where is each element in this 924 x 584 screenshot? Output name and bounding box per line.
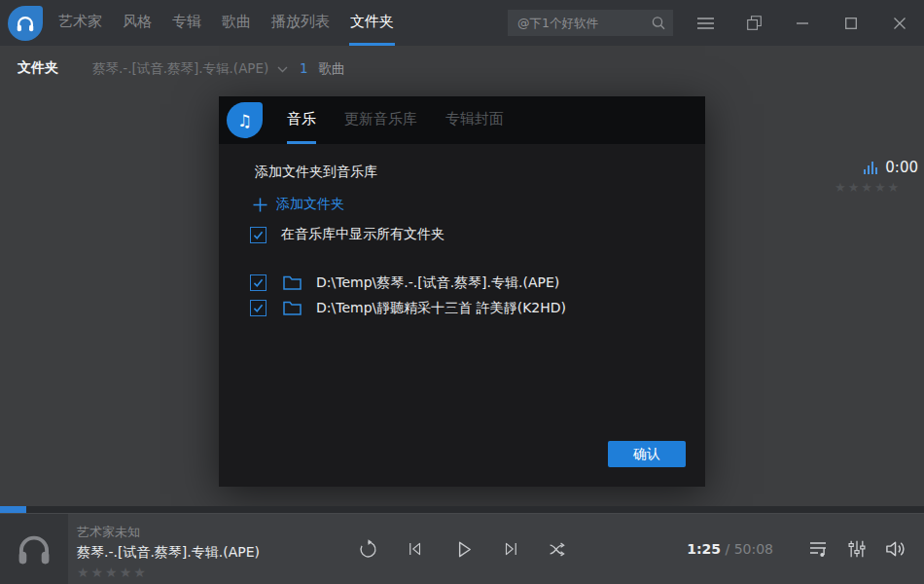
tab-songs[interactable]: 歌曲 xyxy=(221,0,252,46)
maximize-button[interactable] xyxy=(827,0,875,46)
app-logo[interactable] xyxy=(8,6,43,41)
minimize-icon xyxy=(797,22,808,24)
folder-path: D:\Temp\靜聽精采十三首 許美靜(K2HD) xyxy=(316,300,566,317)
dialog-tabs: 音乐 更新音乐库 专辑封面 xyxy=(287,96,532,144)
time-total: 50:08 xyxy=(734,541,773,557)
layers-icon xyxy=(746,15,763,31)
track-artist: 艺术家未知 xyxy=(77,524,260,541)
music-note-glyph: ♫ xyxy=(237,111,252,130)
song-row[interactable]: 0:00 ★★★★★ xyxy=(835,159,918,195)
volume-icon xyxy=(885,539,907,559)
mini-mode-button[interactable] xyxy=(729,0,778,46)
window-controls xyxy=(681,0,924,46)
volume-button[interactable] xyxy=(885,539,907,559)
music-note-icon: ♫ xyxy=(227,102,263,138)
minimize-button[interactable] xyxy=(778,0,827,46)
song-duration: 0:00 xyxy=(885,159,918,176)
dialog-tab-music[interactable]: 音乐 xyxy=(287,96,316,144)
dialog-section-title: 添加文件夹到音乐库 xyxy=(255,164,377,181)
next-button[interactable] xyxy=(502,540,519,558)
search-input[interactable] xyxy=(517,16,651,30)
hamburger-icon xyxy=(697,18,714,29)
song-count-number: 1 xyxy=(300,60,308,76)
plus-icon xyxy=(253,198,267,212)
dialog-header: ♫ 音乐 更新音乐库 专辑封面 xyxy=(219,96,705,144)
folder-checkbox[interactable] xyxy=(250,274,267,291)
equalizer-button[interactable] xyxy=(847,539,867,559)
time-display: 1:25 / 50:08 xyxy=(687,541,773,557)
search-box[interactable] xyxy=(508,10,673,36)
headphones-icon xyxy=(15,13,36,34)
tab-albums[interactable]: 专辑 xyxy=(171,0,202,46)
folder-path: D:\Temp\蔡琴.-.[试音.蔡琴].专辑.(APE) xyxy=(316,274,559,292)
track-info: 艺术家未知 蔡琴.-.[试音.蔡琴].专辑.(APE) ★★★★★ xyxy=(77,524,260,580)
add-folder-label: 添加文件夹 xyxy=(276,196,344,213)
search-icon[interactable] xyxy=(651,16,666,31)
song-count: 1歌曲 xyxy=(300,60,345,78)
dialog-tab-refresh-library[interactable]: 更新音乐库 xyxy=(344,96,417,144)
tab-playlists[interactable]: 播放列表 xyxy=(270,0,331,46)
repeat-icon xyxy=(358,539,378,560)
maximize-icon xyxy=(845,18,857,29)
menu-button[interactable] xyxy=(681,0,729,46)
content-header: 文件夹 蔡琴.-.[试音.蔡琴].专辑.(APE) 1歌曲 xyxy=(0,46,924,92)
song-count-label: 歌曲 xyxy=(319,60,345,76)
confirm-button[interactable]: 确认 xyxy=(608,441,686,467)
show-all-folders-row: 在音乐库中显示所有文件夹 xyxy=(250,226,444,243)
equalizer-icon xyxy=(847,539,867,559)
next-icon xyxy=(502,540,519,558)
time-elapsed: 1:25 xyxy=(687,541,721,557)
song-rating-stars[interactable]: ★★★★★ xyxy=(835,180,918,195)
queue-button[interactable] xyxy=(809,540,829,558)
player-right-icons xyxy=(809,514,907,584)
folder-dropdown[interactable]: 蔡琴.-.[试音.蔡琴].专辑.(APE) xyxy=(92,60,288,78)
tab-genres[interactable]: 风格 xyxy=(122,0,153,46)
folder-icon xyxy=(283,301,302,315)
close-icon xyxy=(894,18,906,29)
shuffle-icon xyxy=(548,539,568,560)
chevron-down-icon xyxy=(277,66,288,73)
folder-list: D:\Temp\蔡琴.-.[试音.蔡琴].专辑.(APE) D:\Temp\靜聽… xyxy=(250,274,566,325)
playback-progress-bar[interactable] xyxy=(0,506,924,513)
queue-icon xyxy=(809,540,829,558)
play-icon xyxy=(452,538,475,561)
folder-dropdown-value: 蔡琴.-.[试音.蔡琴].专辑.(APE) xyxy=(92,60,268,78)
show-all-folders-checkbox[interactable] xyxy=(250,227,267,243)
playback-controls xyxy=(358,514,568,584)
top-bar: 艺术家 风格 专辑 歌曲 播放列表 文件夹 xyxy=(0,0,924,46)
previous-icon xyxy=(407,540,424,558)
folder-icon xyxy=(283,275,302,290)
now-playing-bars-icon xyxy=(864,162,877,174)
album-art-placeholder xyxy=(0,514,68,584)
shuffle-button[interactable] xyxy=(548,539,568,560)
folder-checkbox[interactable] xyxy=(250,300,267,316)
show-all-folders-label: 在音乐库中显示所有文件夹 xyxy=(281,226,444,243)
play-button[interactable] xyxy=(452,538,475,561)
close-button[interactable] xyxy=(875,0,924,46)
player-bar: 艺术家未知 蔡琴.-.[试音.蔡琴].专辑.(APE) ★★★★★ xyxy=(0,513,924,584)
time-separator: / xyxy=(725,541,729,557)
tab-artists[interactable]: 艺术家 xyxy=(57,0,103,46)
repeat-button[interactable] xyxy=(358,539,378,560)
previous-button[interactable] xyxy=(407,540,424,558)
folder-row[interactable]: D:\Temp\蔡琴.-.[试音.蔡琴].专辑.(APE) xyxy=(250,274,566,291)
track-title: 蔡琴.-.[试音.蔡琴].专辑.(APE) xyxy=(77,544,260,562)
folder-row[interactable]: D:\Temp\靜聽精采十三首 許美靜(K2HD) xyxy=(250,300,566,316)
dialog-tab-album-covers[interactable]: 专辑封面 xyxy=(445,96,504,144)
track-rating-stars[interactable]: ★★★★★ xyxy=(77,565,260,580)
music-library-dialog: ♫ 音乐 更新音乐库 专辑封面 添加文件夹到音乐库 添加文件夹 在音乐库中显示所… xyxy=(219,96,705,487)
playback-progress-fill xyxy=(0,506,26,513)
tab-folders[interactable]: 文件夹 xyxy=(349,0,395,46)
folders-panel-title: 文件夹 xyxy=(18,59,58,77)
headphones-icon xyxy=(14,529,54,569)
add-folder-button[interactable]: 添加文件夹 xyxy=(253,196,344,213)
main-nav: 艺术家 风格 专辑 歌曲 播放列表 文件夹 xyxy=(57,0,413,46)
